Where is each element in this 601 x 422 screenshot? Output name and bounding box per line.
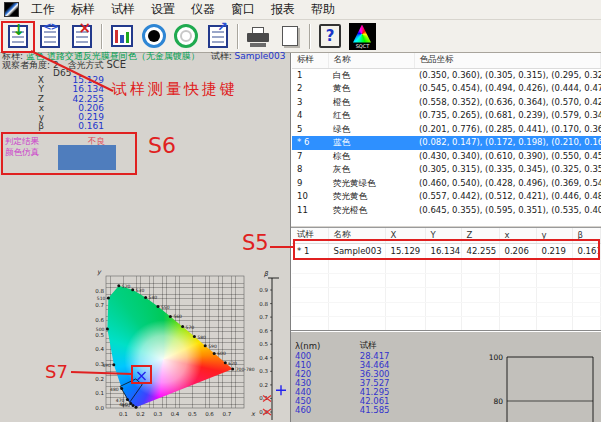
svg-text:520: 520 [122,284,131,289]
standard-row[interactable]: 3橙色(0.558, 0.352), (0.636, 0.364), (0.57… [292,96,601,110]
menu-item-窗口[interactable]: 窗口 [223,0,263,19]
toolbar-separator [309,24,311,49]
app-icon [4,2,19,17]
standard-row[interactable]: 2黄色(0.545, 0.454), (0.494, 0.426), (0.44… [292,82,601,96]
standard-row[interactable]: 4红色(0.735, 0.265), (0.681, 0.239), (0.57… [292,109,601,123]
measure-sample-icon[interactable]: ↓ [3,22,33,51]
delete-record-icon[interactable]: × [67,22,97,51]
svg-text:0.7: 0.7 [259,314,268,320]
color-swatch [58,145,116,170]
svg-text:0.2: 0.2 [259,382,268,388]
down-arrow-icon: ↓ [12,23,25,38]
svg-text:0.1: 0.1 [95,390,104,396]
svg-text:0.8: 0.8 [95,288,104,294]
help-icon[interactable]: ? [315,22,345,51]
svg-text:β: β [264,270,269,278]
empty-row [292,317,601,330]
svg-text:0.6: 0.6 [95,317,104,323]
svg-text:0.4: 0.4 [171,411,180,417]
compare-icon[interactable]: <> [35,22,65,51]
svg-text:0.4: 0.4 [95,346,104,352]
chart-icon[interactable] [107,22,137,51]
empty-row [292,302,601,316]
svg-text:510: 510 [97,296,106,301]
standards-table: 标样名称色品坐标1白色(0.350, 0.360), (0.305, 0.315… [292,53,601,217]
export-icon[interactable]: ↗ [203,22,233,51]
color-simulation-label: 颜色仿真 [5,147,39,159]
menu-item-工作[interactable]: 工作 [23,0,63,19]
toolbar-separator [237,24,239,49]
svg-text:540: 540 [149,295,158,300]
svg-text:0.5: 0.5 [188,411,197,417]
sample-row[interactable]: * 1Sample00315.12916.13442.2550.2060.219… [292,243,601,259]
svg-text:0.3: 0.3 [153,411,162,417]
print-icon[interactable] [243,22,273,51]
chromaticity-diagram: 0.10.20.30.40.50.60.70.00.10.20.30.40.50… [86,266,258,422]
menu-bar: 工作标样试样设置仪器窗口报表帮助 [0,0,601,20]
svg-text:530: 530 [136,288,145,293]
svg-text:0.2: 0.2 [136,411,145,417]
svg-text:0.5: 0.5 [95,332,104,338]
svg-text:620: 620 [228,361,237,366]
column-header: X [385,228,425,243]
standard-row[interactable]: 11荧光橙色(0.645, 0.355), (0.595, 0.351), (0… [292,204,601,218]
sqct-logo[interactable]: SQCT [347,22,378,51]
spectral-chart: 10080 [459,335,600,422]
annotation-shortcut-text: 试样测量快捷键 [112,80,238,99]
beta-axis: β0.90.80.70.60.50.40.30.20.10.0 [242,266,288,422]
svg-text:570: 570 [186,325,195,330]
spectral-table: λ(nm)试样40028.41741034.46442036.30043037.… [295,340,435,415]
column-header: x [499,228,536,243]
empty-row [292,288,601,302]
column-header: 标样 [292,53,328,68]
svg-text:100: 100 [489,353,504,362]
standard-row[interactable]: 5绿色(0.201, 0.776), (0.285, 0.441), (0.17… [292,123,601,137]
standard-row[interactable]: 1白色(0.350, 0.360), (0.305, 0.315), (0.29… [292,68,601,82]
tristimulus-table: X15.129Y16.134Z42.255x0.206y0.219β0.161 [12,76,104,132]
white-calibration-icon[interactable] [171,22,201,51]
menu-item-设置[interactable]: 设置 [143,0,183,19]
svg-text:0.9: 0.9 [259,287,268,293]
svg-text:0.1: 0.1 [119,411,128,417]
column-header: Z [461,228,499,243]
svg-text:590: 590 [208,344,217,349]
svg-text:0.8: 0.8 [259,301,268,307]
standard-row[interactable]: 8灰色(0.305, 0.315), (0.335, 0.345), (0.32… [292,163,601,177]
diagram-overlay: 0.10.20.30.40.50.60.70.00.10.20.30.40.50… [86,266,258,422]
svg-text:0.0: 0.0 [95,405,104,411]
menu-item-试样[interactable]: 试样 [103,0,143,19]
menu-item-标样[interactable]: 标样 [63,0,103,19]
empty-row [292,259,601,273]
column-header: 名称 [328,53,414,68]
menu-item-报表[interactable]: 报表 [263,0,303,19]
menu-item-仪器[interactable]: 仪器 [183,0,223,19]
svg-text:580: 580 [197,335,206,340]
standard-row[interactable]: * 6蓝色(0.082, 0.147), (0.172, 0.198), (0.… [292,136,601,150]
tristimulus-row[interactable]: β0.161 [12,122,104,131]
svg-text:600: 600 [217,351,226,356]
judgment-panel: 判定结果 不良 颜色仿真 [2,133,136,174]
sample-name: Sample003 [235,51,286,61]
standard-row[interactable]: 7棕色(0.430, 0.340), (0.610, 0.390), (0.55… [292,150,601,164]
column-header: 名称 [328,228,385,243]
svg-text:0.6: 0.6 [259,328,268,334]
column-header: 色品坐标 [414,53,601,68]
x-mark-icon: × [78,21,91,36]
standard-row[interactable]: 10荧光黄色(0.557, 0.442), (0.512, 0.421), (0… [292,190,601,204]
svg-text:0.4: 0.4 [259,355,268,361]
right-panel: 标样名称色品坐标1白色(0.350, 0.360), (0.305, 0.315… [290,53,601,422]
black-calibration-icon[interactable] [139,22,169,51]
svg-text:0.3: 0.3 [259,368,268,374]
print-preview-icon[interactable] [275,22,305,51]
annotation-s5: S5 [242,231,269,255]
observer-angle: 观察者角度: 2 [2,60,59,70]
empty-row [292,273,601,287]
standard-row[interactable]: 9荧光黄绿色(0.460, 0.540), (0.428, 0.496), (0… [292,177,601,191]
svg-text:560: 560 [173,314,182,319]
annotation-s7: S7 [45,361,68,382]
toolbar: ↓ <> × ↗ ? SQCT [0,20,601,53]
svg-text:490: 490 [102,363,111,368]
column-header: y [536,228,572,243]
column-header: β [572,228,601,243]
menu-item-帮助[interactable]: 帮助 [303,0,343,19]
